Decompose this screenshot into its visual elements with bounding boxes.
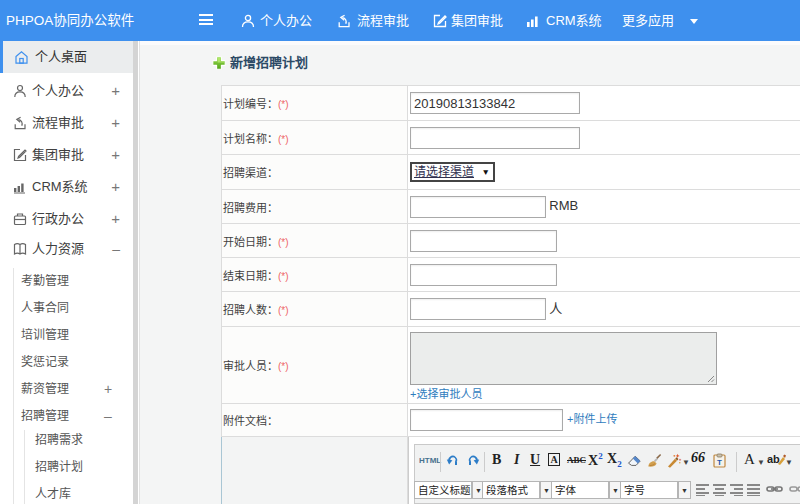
svg-text:T: T [717,458,722,467]
